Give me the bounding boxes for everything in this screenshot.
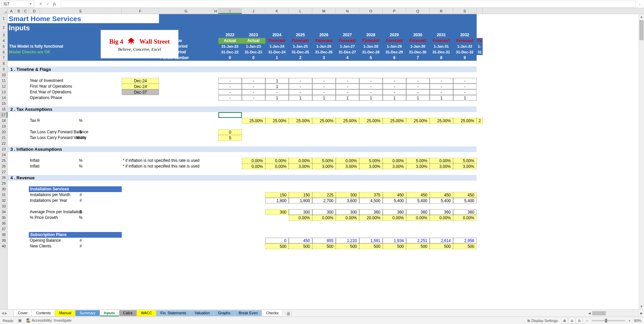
col-header-G[interactable]: G [159, 8, 213, 14]
row-header-13[interactable]: 13 [0, 89, 7, 95]
row-header-30[interactable]: 30 [0, 186, 7, 192]
macro-icon[interactable]: ▦ [18, 318, 21, 323]
sheet-tab-fin-statements[interactable]: Fin. Statements [156, 310, 191, 316]
row-header-7[interactable]: 7 [0, 55, 7, 61]
hscroll-thumb[interactable] [592, 311, 606, 315]
row-header-10[interactable]: 10 [0, 72, 7, 78]
zoom-in-icon[interactable]: + [629, 319, 631, 323]
tab-next-icon[interactable]: ▶ [5, 311, 7, 315]
col-header-L[interactable]: L [289, 8, 312, 14]
row-header-3[interactable]: 3 [0, 32, 7, 38]
cells-area[interactable]: Big 4 Wall Street Believe, Conceive, Exc… [8, 14, 644, 309]
col-header-P[interactable]: P [383, 8, 406, 14]
hscroll-left-icon[interactable]: ◀ [588, 312, 591, 315]
row-header-23[interactable]: 23 [0, 146, 7, 152]
row-header-28[interactable]: 28 [0, 175, 7, 181]
expand-formula-icon[interactable]: ⌄ [637, 2, 643, 6]
selected-cell[interactable] [218, 112, 242, 118]
col-header-K[interactable]: K [265, 8, 289, 14]
sheet-tab-manual[interactable]: Manual [55, 310, 75, 316]
row-header-29[interactable]: 29 [0, 181, 7, 186]
row-header-18[interactable]: 18 [0, 118, 7, 124]
col-header-R[interactable]: R [430, 8, 453, 14]
row-header-19[interactable]: 19 [0, 124, 7, 129]
scroll-down-icon[interactable]: ▼ [639, 304, 644, 309]
row-header-40[interactable]: 40 [0, 243, 7, 249]
col-header-J[interactable]: J [242, 8, 265, 14]
view-page-layout-icon[interactable]: ▤ [569, 318, 575, 323]
col-header-F[interactable]: F [122, 8, 159, 14]
zoom-level[interactable]: 90% [634, 319, 641, 323]
row-header-38[interactable]: 38 [0, 232, 7, 238]
tab-prev-icon[interactable]: ◀ [1, 311, 4, 315]
col-header-B[interactable]: B [15, 8, 22, 14]
sheet-tab-valuation[interactable]: Valuation [190, 310, 214, 316]
row-header-32[interactable]: 32 [0, 198, 7, 203]
view-normal-icon[interactable]: ▦ [561, 318, 568, 323]
row-header-8[interactable]: 8 [0, 61, 7, 66]
row-header-20[interactable]: 20 [0, 129, 7, 135]
col-header-I[interactable]: I [218, 8, 242, 14]
sheet-tab-cover[interactable]: Cover [13, 310, 32, 316]
row-header-17[interactable]: 17 [0, 112, 7, 118]
add-sheet-button[interactable]: ⊕ [285, 311, 292, 316]
name-box[interactable]: I17 ▼ [1, 1, 34, 7]
row-header-39[interactable]: 39 [0, 238, 7, 243]
row-header-16[interactable]: 16 [0, 106, 7, 112]
zoom-out-icon[interactable]: − [586, 319, 588, 323]
fx-icon[interactable]: fx [53, 1, 56, 7]
accessibility-status[interactable]: 🕵 Accessibility: Investigate [26, 318, 72, 323]
hscroll-right-icon[interactable]: ▶ [640, 312, 643, 315]
row-header-24[interactable]: 24 [0, 152, 7, 158]
row-header-21[interactable]: 21 [0, 135, 7, 141]
sheet-tab-calcs[interactable]: Calcs [119, 310, 137, 316]
col-header-D[interactable]: D [29, 8, 40, 14]
col-header-S[interactable]: S [453, 8, 477, 14]
row-header-14[interactable]: 14 [0, 95, 7, 101]
col-header-A[interactable]: A [8, 8, 15, 14]
col-header-N[interactable]: N [336, 8, 359, 14]
sheet-tab-break-even[interactable]: Break Even [234, 310, 262, 316]
row-header-36[interactable]: 36 [0, 221, 7, 226]
zoom-slider[interactable] [592, 320, 625, 321]
vertical-scrollbar[interactable]: ▲ ▼ [639, 14, 644, 309]
sheet-tab-inputs[interactable]: Inputs [100, 310, 119, 316]
accept-icon[interactable]: ✓ [46, 1, 50, 6]
row-header-31[interactable]: 31 [0, 192, 7, 198]
name-box-dropdown-icon[interactable]: ▼ [29, 2, 32, 5]
row-header-35[interactable]: 35 [0, 215, 7, 221]
row-header-34[interactable]: 34 [0, 209, 7, 215]
display-settings[interactable]: 🖥 Display Settings [527, 319, 558, 323]
vscroll-thumb[interactable] [639, 20, 644, 40]
tab-nav[interactable]: ◀ ▶ [1, 311, 7, 315]
col-header-H[interactable]: H [213, 8, 218, 14]
row-header-9[interactable]: 9 [0, 66, 7, 72]
row-header-1[interactable]: 1 [0, 14, 7, 23]
row-header-6[interactable]: 6 [0, 49, 7, 55]
cancel-icon[interactable]: ✕ [39, 1, 43, 6]
row-header-2[interactable]: 2 [0, 23, 7, 32]
formula-input[interactable] [61, 1, 636, 7]
sheet-tab-checks[interactable]: Checks [262, 310, 283, 316]
row-header-26[interactable]: 26 [0, 164, 7, 169]
row-header-11[interactable]: 11 [0, 78, 7, 84]
row-header-33[interactable]: 33 [0, 203, 7, 209]
col-header-E[interactable]: E [40, 8, 122, 14]
row-header-25[interactable]: 25 [0, 158, 7, 164]
row-header-27[interactable]: 27 [0, 169, 7, 175]
row-header-37[interactable]: 37 [0, 226, 7, 232]
row-header-5[interactable]: 5 [0, 44, 7, 49]
sheet-tab-graphs[interactable]: Graphs [214, 310, 234, 316]
select-all-button[interactable] [0, 8, 8, 14]
col-header-O[interactable]: O [359, 8, 383, 14]
sheet-tab-contents[interactable]: Contents [32, 310, 55, 316]
row-header-22[interactable]: 22 [0, 141, 7, 146]
row-header-15[interactable]: 15 [0, 101, 7, 106]
scroll-up-icon[interactable]: ▲ [639, 14, 644, 19]
col-header-Q[interactable]: Q [406, 8, 430, 14]
view-page-break-icon[interactable]: ▥ [576, 318, 583, 323]
row-header-4[interactable]: 4 [0, 38, 7, 44]
col-header-M[interactable]: M [312, 8, 336, 14]
col-header-C[interactable]: C [22, 8, 29, 14]
horizontal-scrollbar[interactable] [592, 311, 639, 316]
